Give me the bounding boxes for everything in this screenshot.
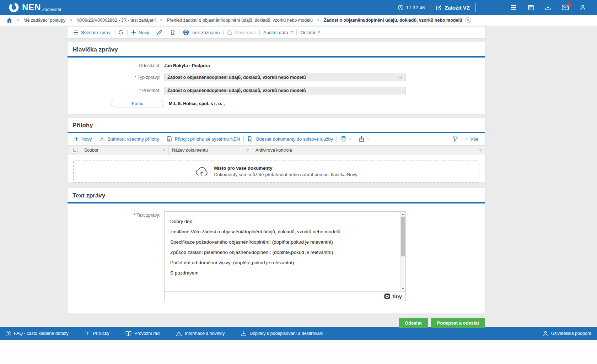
- compose-icon: [436, 5, 442, 11]
- breadcrumb: > Mé zadávací postupy > N006/23/V0000286…: [0, 15, 597, 26]
- editor-content[interactable]: Dobrý den, zasíláme Vám žádost o objasně…: [165, 212, 405, 276]
- footer-support-link[interactable]: Uživatelská podpora: [543, 331, 591, 336]
- required-asterisk: *: [134, 213, 135, 218]
- footer-bar: ? FAQ - často kladené dotazy ? Příručky …: [0, 327, 597, 340]
- message-header-card: Hlavička zprávy Odesílatel: Jan Rokyta -…: [68, 42, 485, 114]
- edit-icon[interactable]: [153, 29, 166, 35]
- send-button[interactable]: Odeslat: [399, 318, 428, 328]
- warning-icon: [176, 331, 182, 336]
- editor-paragraph: S pozdravem: [170, 270, 395, 276]
- chevron-down-icon: [399, 76, 403, 79]
- section-title-hlavicka: Hlavička zprávy: [68, 42, 485, 56]
- form-actions: Odeslat Podepsat a odeslat: [68, 318, 485, 328]
- tinymce-logo-icon: [384, 293, 390, 299]
- editor-scrollbar[interactable]: ▲ ▼: [400, 212, 405, 291]
- time-value: 17:32:46: [406, 5, 425, 10]
- scroll-up-icon[interactable]: ▲: [400, 212, 405, 216]
- column-filter-icon[interactable]: ▽: [479, 148, 482, 152]
- other-menu[interactable]: Ostatní▽: [297, 30, 324, 35]
- column-header-soubor[interactable]: Soubor: [84, 148, 98, 153]
- footer-addons-link[interactable]: Doplňky k podepisování a dešifrování: [241, 331, 323, 336]
- section-title-prilohy: Přílohy: [68, 118, 485, 132]
- chevron-down-icon: ▽: [466, 137, 468, 141]
- download-all-attachments-button[interactable]: Stáhnout všechny přílohy: [96, 136, 163, 142]
- divider: [482, 136, 482, 142]
- menu-icon[interactable]: [510, 5, 517, 10]
- show-all-filter[interactable]: ▽ Vše: [462, 136, 482, 142]
- breadcrumb-separator: >: [17, 18, 19, 23]
- editor-paragraph: Způsob zaslání písemného objasnění/dopln…: [170, 250, 395, 255]
- scroll-down-icon[interactable]: ▼: [400, 287, 405, 290]
- filter-icon[interactable]: [449, 136, 462, 142]
- user-icon[interactable]: [580, 4, 586, 11]
- editor-paragraph: Počet dní od doručení výzvy: (doplňte,po…: [170, 260, 395, 265]
- required-asterisk: *: [139, 88, 141, 93]
- breadcrumb-item-zakazka[interactable]: N006/23/V00002862 - JR - test zahájení: [76, 18, 156, 23]
- column-header-nazev[interactable]: Název dokumentu: [172, 148, 208, 153]
- download-icon[interactable]: [545, 4, 551, 11]
- send-to-filing-service-button[interactable]: Odeslat dokumenty do spisové služby: [244, 136, 337, 142]
- breadcrumb-item-postupy[interactable]: Mé zadávací postupy: [23, 18, 65, 23]
- mail-icon[interactable]: [562, 5, 569, 10]
- subject-input[interactable]: Žádost o objasnění/doplnění údajů, dokla…: [164, 87, 406, 94]
- seal-icon[interactable]: [166, 29, 179, 36]
- close-tab-icon[interactable]: ✕: [466, 17, 471, 23]
- attach-from-nen-button[interactable]: Připojit přílohu ze systému NEN: [163, 136, 244, 142]
- dropzone-hint: Dokumenty sem můžete přetáhnout nebo nah…: [214, 172, 357, 177]
- sign-and-send-button[interactable]: Podepsat a odeslat: [431, 318, 485, 328]
- print-record-button[interactable]: Tisk záznamu: [179, 29, 224, 35]
- footer-rules-link[interactable]: Provozní řád: [125, 331, 160, 336]
- nen-logo[interactable]: NEN Zadavatel: [9, 2, 61, 13]
- nen-logo-icon: [9, 2, 19, 13]
- breadcrumb-item-prehled-zadosti[interactable]: Přehled žádostí o objasnění/doplnění úda…: [167, 18, 313, 23]
- rich-text-editor[interactable]: Dobrý den, zasíláme Vám žádost o objasně…: [164, 211, 406, 301]
- print-attachments-menu[interactable]: ▽: [337, 136, 355, 142]
- chevron-down-icon: ▽: [290, 31, 293, 34]
- attachment-new-button[interactable]: Nový: [70, 136, 96, 142]
- decrypt-button: Dešifrovat: [224, 29, 259, 35]
- column-filter-icon[interactable]: ▽: [246, 148, 249, 152]
- audit-data-menu[interactable]: Auditní data▽: [260, 30, 296, 35]
- message-body-card: Text zprávy * Text zprávy: Dobrý den, za…: [68, 188, 485, 314]
- column-settings-icon[interactable]: [71, 147, 77, 153]
- home-icon[interactable]: [6, 18, 12, 23]
- page-bottom-space: [0, 340, 597, 364]
- footer-faq-link[interactable]: ? FAQ - často kladené dotazy: [6, 331, 69, 336]
- chevron-down-icon: ▽: [349, 137, 351, 141]
- footer-news-link[interactable]: Informace a novinky: [176, 331, 225, 336]
- message-type-select[interactable]: Žádost o objasnění/doplnění údajů, dokla…: [164, 74, 406, 81]
- breadcrumb-separator: >: [317, 18, 319, 23]
- message-list-button[interactable]: Seznam zpráv: [70, 30, 114, 35]
- new-message-button[interactable]: Nový: [128, 30, 153, 35]
- create-vz-button[interactable]: Založit VZ: [436, 5, 470, 11]
- file-dropzone[interactable]: Místo pro vaše dokumenty Dokumenty sem m…: [73, 160, 479, 183]
- editor-paragraph: zasíláme Vám žádost o objasnění/doplnění…: [170, 229, 395, 234]
- download-tray-icon: [241, 331, 247, 336]
- refresh-button[interactable]: [114, 29, 127, 35]
- support-person-icon: [543, 331, 548, 336]
- export-menu[interactable]: ▽: [355, 136, 373, 142]
- column-header-antivir[interactable]: Antivirová kontrola: [256, 148, 292, 153]
- footer-manuals-link[interactable]: ? Příručky: [85, 331, 109, 336]
- question-circle-icon: ?: [6, 331, 11, 336]
- tinymce-brand: tiny: [392, 293, 402, 299]
- column-filter-icon[interactable]: ▽: [163, 148, 165, 152]
- breadcrumb-item-current: Žádost o objasnění/doplnění údajů, dokla…: [324, 18, 462, 23]
- section-title-text-zpravy: Text zprávy: [68, 188, 485, 202]
- attachments-card: Přílohy Nový Stáhnout všechny přílohy Př…: [68, 118, 485, 183]
- server-time: 17:32:46: [398, 5, 425, 11]
- divider: [373, 136, 373, 142]
- question-square-icon: ?: [85, 331, 90, 336]
- recipients-value: M.L.S. Holice, spol. s r. o. ;: [169, 101, 225, 106]
- subject-label: * Předmět:: [68, 88, 164, 93]
- chevron-down-icon: ▽: [318, 31, 320, 34]
- recipients-button[interactable]: Komu: [111, 100, 164, 107]
- divider: [324, 29, 324, 35]
- divider: [430, 3, 430, 12]
- body-label: * Text zprávy:: [68, 211, 164, 218]
- divider: [475, 3, 475, 12]
- main-area: Seznam zpráv Nový Tisk záznamu: [0, 26, 597, 327]
- dropzone-title: Místo pro vaše dokumenty: [214, 165, 357, 171]
- scrollbar-thumb[interactable]: [401, 217, 405, 256]
- calendar-icon[interactable]: [528, 4, 534, 11]
